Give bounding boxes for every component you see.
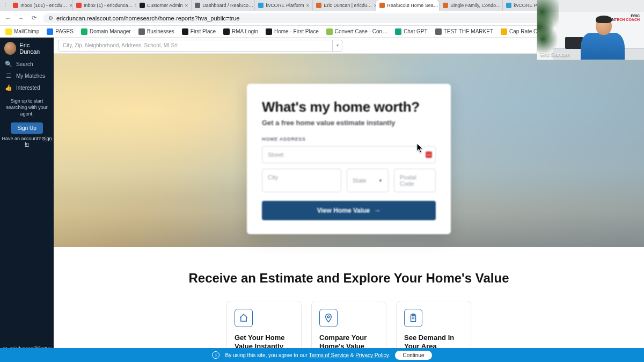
reload-button[interactable]: ⟳: [30, 15, 38, 21]
tab-menu-icon[interactable]: ⋮: [0, 0, 10, 11]
tab-label: kvCORE Platform: [266, 3, 304, 8]
tab-label: Inbox (101) - ericdu…: [20, 3, 67, 8]
bookmark-favicon: [223, 28, 230, 35]
property-search-input[interactable]: City, Zip, Neighborhood, Address, School…: [58, 40, 342, 52]
cookie-banner: i By using this site, you agree to our T…: [0, 348, 644, 362]
bookmark-label: MailChimp: [14, 28, 39, 34]
bookmark-item[interactable]: Chat GPT: [395, 28, 427, 35]
search-placeholder: City, Zip, Neighborhood, Address, School…: [63, 42, 178, 48]
bookmark-item[interactable]: Convert Case - Con…: [326, 28, 387, 35]
browser-tab[interactable]: kvCORE Platform×: [255, 0, 313, 11]
home-icon: [235, 309, 253, 327]
error-icon: ⋯: [426, 151, 432, 158]
sidebar-item-label: Interested: [16, 85, 40, 91]
state-placeholder: State: [353, 177, 367, 184]
thumbs-up-icon: 👍: [5, 84, 12, 91]
bookmark-label: Chat GPT: [404, 28, 427, 34]
bookmark-item[interactable]: Domain Manager: [81, 28, 131, 35]
sidebar-item-label: My Matches: [16, 73, 45, 79]
bookmark-item[interactable]: RMA Login: [223, 28, 258, 35]
chevron-down-icon[interactable]: ▾: [332, 40, 342, 51]
browser-tab[interactable]: Inbox (101) - ericdu…×: [10, 0, 73, 11]
bookmark-item[interactable]: PAGES: [47, 28, 74, 35]
cookie-text: By using this site, you agree to our Ter…: [225, 352, 390, 358]
tab-favicon: [316, 3, 321, 8]
state-select[interactable]: State ▼: [347, 169, 389, 192]
info-icon: i: [212, 351, 219, 359]
matches-icon: ☰: [5, 73, 12, 79]
sidebar-agent[interactable]: Eric Duncan: [0, 38, 54, 58]
close-tab-icon[interactable]: ×: [185, 3, 188, 9]
home-value-card: What's my home worth? Get a free home va…: [247, 84, 451, 234]
browser-tab[interactable]: Dashboard / RealSco…×: [192, 0, 255, 11]
browser-tab[interactable]: Customer Admin×: [136, 0, 192, 11]
tab-favicon: [379, 3, 385, 8]
bookmark-item[interactable]: Home - First Place: [266, 28, 319, 35]
close-tab-icon[interactable]: ×: [69, 3, 72, 9]
browser-tab[interactable]: RealScout Home Sea…×: [376, 0, 440, 11]
browser-tab[interactable]: Eric Duncan | ericdu…×: [313, 0, 376, 11]
clipboard-icon: [404, 309, 422, 327]
pin-icon: [319, 309, 338, 327]
features-section: Receive an Estimate and Explore Your Hom…: [54, 247, 644, 357]
continue-button[interactable]: Continue: [395, 351, 431, 360]
street-input[interactable]: Street ⋯: [262, 146, 436, 163]
cta-label: View Home Value: [317, 207, 370, 214]
sidebar-item-label: Search: [16, 61, 33, 67]
sidebar: Eric Duncan 🔍 Search ☰ My Matches 👍 Inte…: [0, 38, 54, 362]
presenter-name: Eric Duncan: [540, 52, 569, 57]
card-subtitle: Get a free home value estimate instantly: [262, 119, 436, 127]
browser-tab[interactable]: Inbox (1) - ericdunca…×: [73, 0, 136, 11]
bookmark-item[interactable]: TEST THE MARKET: [435, 28, 493, 35]
bookmark-label: Home - First Place: [274, 28, 319, 34]
tab-favicon: [258, 3, 264, 8]
privacy-link[interactable]: Privacy Policy: [355, 352, 389, 358]
street-placeholder: Street: [268, 151, 283, 158]
bookmark-label: TEST THE MARKET: [444, 28, 493, 34]
section-heading: Receive an Estimate and Explore Your Hom…: [75, 271, 623, 286]
webcam-overlay: ERICDUNCANTECH COACH Eric Duncan: [537, 0, 644, 60]
arrow-right-icon: →: [374, 207, 380, 214]
tab-label: Eric Duncan | ericdu…: [324, 3, 372, 8]
svg-point-0: [327, 316, 330, 318]
tab-favicon: [140, 3, 145, 8]
tab-favicon: [443, 3, 448, 8]
bookmark-label: RMA Login: [232, 28, 258, 34]
site-settings-icon[interactable]: ⚙: [48, 15, 53, 21]
chevron-down-icon: ▼: [378, 178, 383, 183]
forward-button[interactable]: →: [17, 15, 25, 21]
tab-favicon: [76, 3, 82, 8]
sidebar-item-matches[interactable]: ☰ My Matches: [0, 70, 54, 82]
back-button[interactable]: ←: [4, 15, 12, 21]
city-input[interactable]: City: [262, 169, 341, 192]
sidebar-item-interested[interactable]: 👍 Interested: [0, 82, 54, 93]
signin-row: Have an account? Sign In: [0, 136, 54, 147]
postal-code-input[interactable]: Postal Code: [394, 169, 436, 192]
presenter-figure: [577, 13, 627, 60]
bookmark-favicon: [5, 28, 12, 35]
bookmark-item[interactable]: MailChimp: [5, 28, 39, 35]
bookmark-label: Convert Case - Con…: [335, 28, 387, 34]
signup-button[interactable]: Sign Up: [11, 122, 43, 134]
url-text: ericduncan.realscout.com/homesearch/home…: [56, 15, 240, 21]
zip-placeholder: Postal Code: [400, 174, 416, 187]
close-tab-icon[interactable]: ×: [306, 3, 309, 9]
tab-label: Single Family, Condo…: [450, 3, 501, 8]
bookmark-item[interactable]: Businesses: [138, 28, 174, 35]
bookmark-favicon: [501, 28, 507, 35]
view-home-value-button[interactable]: View Home Value →: [262, 201, 436, 220]
tos-link[interactable]: Terms of Service: [309, 352, 349, 358]
sidebar-item-search[interactable]: 🔍 Search: [0, 58, 54, 70]
agent-name: Eric Duncan: [19, 42, 49, 55]
tab-label: Customer Admin: [147, 3, 183, 8]
tab-label: RealScout Home Sea…: [387, 3, 438, 8]
bookmark-item[interactable]: First Place: [182, 28, 216, 35]
agent-avatar: [4, 42, 16, 55]
card-title: What's my home worth?: [262, 99, 436, 115]
browser-tab[interactable]: Single Family, Condo…×: [440, 0, 503, 11]
bookmark-label: Businesses: [147, 28, 174, 34]
tab-favicon: [13, 3, 18, 8]
bookmark-favicon: [182, 28, 188, 35]
bookmark-label: PAGES: [55, 28, 74, 34]
bookmark-favicon: [47, 28, 53, 35]
